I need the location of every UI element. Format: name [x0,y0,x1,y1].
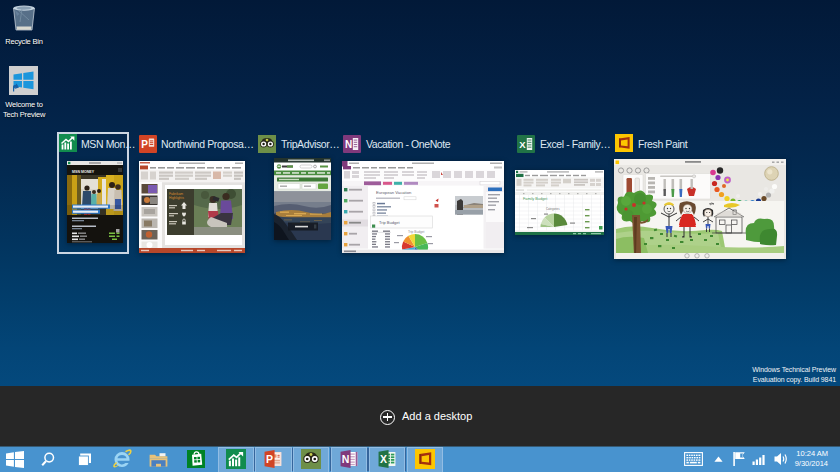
svg-text:MSN MONEY: MSN MONEY [72,170,95,174]
svg-text:Family Budget: Family Budget [523,197,548,201]
svg-text:Categories: Categories [546,207,560,211]
svg-text:Trip Budget: Trip Budget [379,220,400,225]
svg-text:Highlights: Highlights [169,196,184,200]
svg-text:European Vacation: European Vacation [376,190,412,195]
svg-text:Trip Budget: Trip Budget [408,230,424,234]
